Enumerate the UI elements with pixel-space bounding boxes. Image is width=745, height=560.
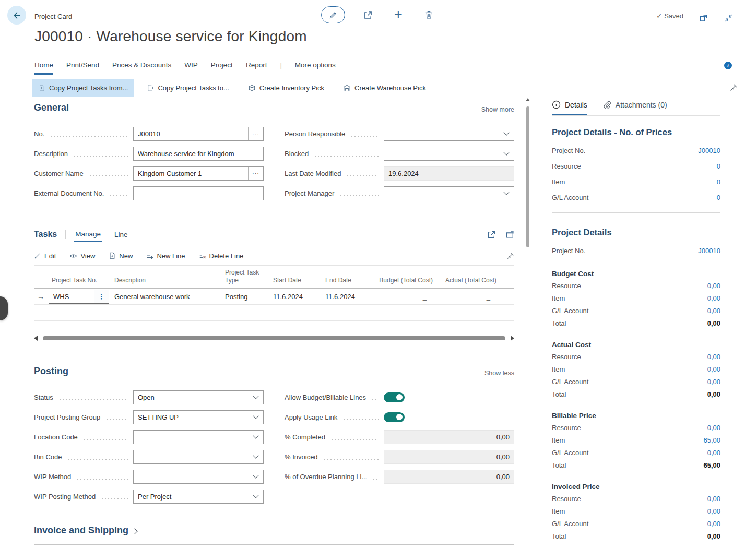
leader-dots xyxy=(342,419,379,420)
drilldown-link[interactable]: 0,00 xyxy=(707,507,720,515)
drilldown-link[interactable]: 0,00 xyxy=(707,378,720,386)
col-project-task-type[interactable]: Project Task Type xyxy=(221,267,269,289)
wip-method-dropdown[interactable] xyxy=(133,470,264,484)
drilldown-link[interactable]: 0,00 xyxy=(707,353,720,361)
drilldown-link[interactable]: 0,00 xyxy=(707,449,720,457)
window-controls xyxy=(696,10,736,25)
wip-posting-method-dropdown[interactable]: Per Project xyxy=(133,490,264,504)
col-actual-total-cost[interactable]: Actual (Total Cost) xyxy=(437,267,501,289)
show-more-link[interactable]: Show more xyxy=(481,106,514,113)
new-button[interactable]: New xyxy=(109,252,133,260)
task-actual-cell[interactable]: _ xyxy=(437,289,501,305)
bin-code-dropdown[interactable] xyxy=(133,450,264,464)
tab-project[interactable]: Project xyxy=(211,61,233,75)
tab-wip[interactable]: WIP xyxy=(184,61,198,75)
scroll-right-arrow[interactable] xyxy=(511,336,514,341)
col-end-date[interactable]: End Date xyxy=(321,267,373,289)
back-button[interactable] xyxy=(7,6,26,25)
field-label: Project Manager xyxy=(285,189,334,197)
person-responsible-dropdown[interactable] xyxy=(384,127,514,141)
horizontal-scroll-thumb[interactable] xyxy=(43,336,505,340)
drilldown-link[interactable]: 65,00 xyxy=(703,436,720,444)
tab-details[interactable]: Details xyxy=(552,100,587,115)
copy-project-tasks-from-button[interactable]: Copy Project Tasks from... xyxy=(32,79,134,97)
tab-attachments[interactable]: Attachments (0) xyxy=(603,100,667,115)
tasks-subtab-line[interactable]: Line xyxy=(113,228,129,242)
col-start-date[interactable]: Start Date xyxy=(269,267,321,289)
scroll-left-arrow[interactable] xyxy=(34,336,38,341)
col-project-task-no[interactable]: Project Task No. xyxy=(48,267,110,289)
description-input[interactable]: Warehouse service for Kingdom xyxy=(133,147,264,161)
assist-edit-button[interactable]: ··· xyxy=(248,127,263,140)
tasks-open-in-window-button[interactable] xyxy=(505,230,514,239)
drilldown-link[interactable]: 0,00 xyxy=(707,282,720,290)
tab-home[interactable]: Home xyxy=(34,61,53,75)
info-button[interactable]: i xyxy=(724,61,732,70)
drilldown-link[interactable]: J00010 xyxy=(698,247,720,255)
external-document-no-input[interactable] xyxy=(133,186,264,200)
more-options-button[interactable]: More options xyxy=(295,61,336,75)
task-end-date-cell[interactable]: 11.6.2024 xyxy=(321,289,373,305)
open-in-new-window-button[interactable] xyxy=(696,10,711,25)
blocked-dropdown[interactable] xyxy=(384,147,514,161)
share-button[interactable] xyxy=(361,8,375,22)
location-code-dropdown[interactable] xyxy=(133,430,264,444)
delete-line-button[interactable]: Delete Line xyxy=(199,252,244,260)
new-button[interactable]: + xyxy=(391,8,406,22)
unpin-tasks-toolbar-button[interactable] xyxy=(506,252,514,260)
copy-project-tasks-to-button[interactable]: Copy Project Tasks to... xyxy=(141,79,234,97)
empty-row[interactable] xyxy=(34,305,514,321)
tasks-horizontal-scrollbar[interactable] xyxy=(34,335,514,342)
project-manager-dropdown[interactable] xyxy=(384,186,514,200)
drilldown-link[interactable]: 0,00 xyxy=(707,365,720,373)
tab-report[interactable]: Report xyxy=(246,61,267,75)
row-menu-button[interactable]: ⋮ xyxy=(94,290,109,303)
tab-prices-discounts[interactable]: Prices & Discounts xyxy=(112,61,171,75)
apply-usage-link-toggle[interactable] xyxy=(384,412,405,422)
field-last-date-modified: Last Date Modified 19.6.2024 xyxy=(285,163,514,183)
collapse-button[interactable] xyxy=(721,10,736,25)
task-no-cell[interactable]: WHS ⋮ xyxy=(48,289,110,305)
invoice-and-shipping-section-header[interactable]: Invoice and Shipping xyxy=(34,525,514,545)
tasks-subtab-manage[interactable]: Manage xyxy=(74,227,102,242)
create-inventory-pick-button[interactable]: Create Inventory Pick xyxy=(242,79,330,97)
task-budget-cell[interactable]: _ xyxy=(373,289,437,305)
fb-row-resource: Resource0,00 xyxy=(552,279,720,292)
drilldown-link[interactable]: 0,00 xyxy=(707,294,720,302)
scroll-up-arrow[interactable] xyxy=(526,98,530,101)
drilldown-link[interactable]: 0,00 xyxy=(707,520,720,528)
tasks-share-button[interactable] xyxy=(487,230,496,239)
collapsed-pane-handle[interactable] xyxy=(0,296,8,320)
allow-budget-billable-toggle[interactable] xyxy=(384,392,405,402)
task-row[interactable]: → WHS ⋮ General warehouse work Posting 1… xyxy=(34,289,514,305)
edit-line-button[interactable]: Edit xyxy=(34,252,56,260)
vertical-scroll-thumb[interactable] xyxy=(526,106,529,247)
edit-button[interactable] xyxy=(321,6,345,23)
customer-name-input[interactable]: Kingdom Customer 1··· xyxy=(133,166,264,181)
project-posting-group-dropdown[interactable]: SETTING UP xyxy=(133,410,264,424)
drilldown-link[interactable]: J00010 xyxy=(698,147,720,154)
drilldown-link[interactable]: 0 xyxy=(717,162,720,170)
tab-print-send[interactable]: Print/Send xyxy=(66,61,99,75)
new-line-button[interactable]: New Line xyxy=(146,252,185,260)
status-dropdown[interactable]: Open xyxy=(133,390,264,404)
delete-button[interactable] xyxy=(421,8,436,22)
create-warehouse-pick-button[interactable]: Create Warehouse Pick xyxy=(337,79,432,97)
drilldown-link[interactable]: 0,00 xyxy=(707,495,720,503)
task-type-cell[interactable]: Posting xyxy=(221,289,269,305)
col-budget-total-cost[interactable]: Budget (Total Cost) xyxy=(373,267,437,289)
view-line-button[interactable]: View xyxy=(69,252,95,260)
show-less-link[interactable]: Show less xyxy=(484,370,514,377)
assist-edit-button[interactable]: ··· xyxy=(248,167,263,180)
drilldown-link[interactable]: 0,00 xyxy=(707,424,720,432)
drilldown-link[interactable]: 0 xyxy=(717,194,720,201)
vertical-scrollbar[interactable] xyxy=(525,98,530,560)
field-label: Apply Usage Link xyxy=(285,413,337,421)
drilldown-link[interactable]: 0 xyxy=(717,178,720,186)
no-input[interactable]: J00010··· xyxy=(133,127,264,141)
unpin-action-bar-button[interactable] xyxy=(729,84,738,92)
col-description[interactable]: Description xyxy=(110,267,221,289)
drilldown-link[interactable]: 0,00 xyxy=(707,307,720,315)
task-description-cell[interactable]: General warehouse work xyxy=(110,289,221,305)
task-start-date-cell[interactable]: 11.6.2024 xyxy=(269,289,321,305)
